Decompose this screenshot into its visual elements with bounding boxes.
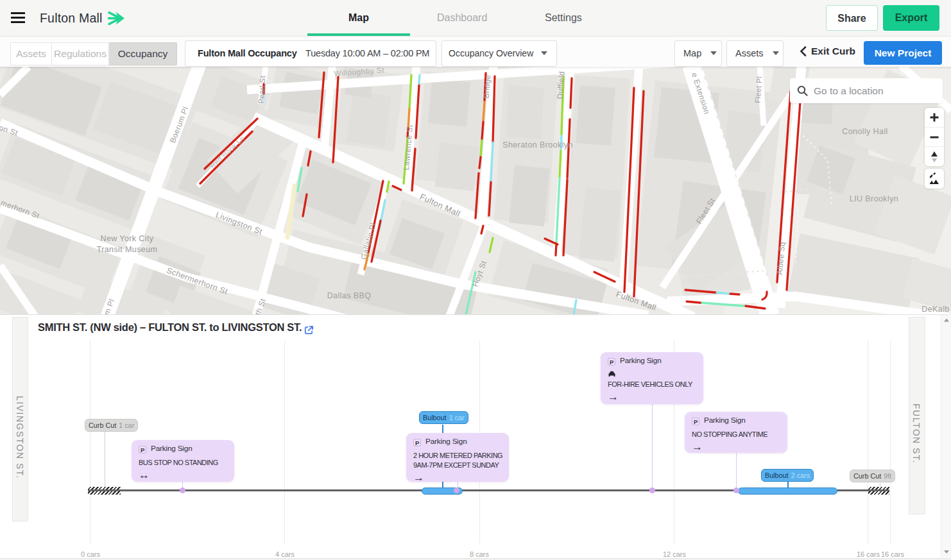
- svg-text:DeKalb: DeKalb: [921, 305, 949, 314]
- svg-text:LIU Brooklyn: LIU Brooklyn: [850, 194, 898, 203]
- svg-text:Bridge: Bridge: [482, 74, 493, 99]
- svg-text:Dallas BBQ: Dallas BBQ: [327, 291, 372, 300]
- svg-text:Sheraton Brooklyn: Sheraton Brooklyn: [502, 140, 573, 149]
- svg-text:Conolly Hall: Conolly Hall: [842, 127, 888, 136]
- svg-text:New York City: New York City: [100, 234, 153, 243]
- svg-text:Transit Museum: Transit Museum: [97, 245, 158, 254]
